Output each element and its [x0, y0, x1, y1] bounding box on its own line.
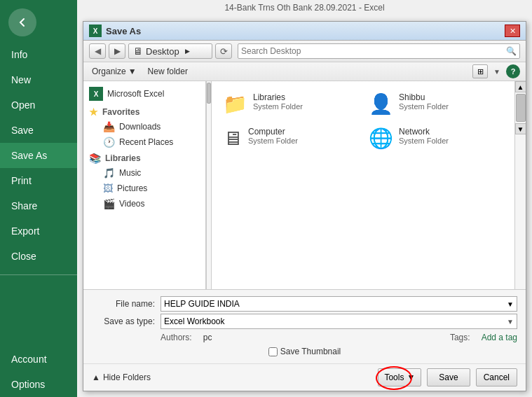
network-type: System Folder	[399, 137, 449, 145]
savetype-row: Save as type: Excel Workbook ▼	[92, 314, 517, 329]
title-bar: 14-Bank Trns Oth Bank 28.09.2021 - Excel	[77, 0, 532, 15]
cancel-button[interactable]: Cancel	[476, 368, 517, 386]
favorites-label: Favorites	[102, 107, 139, 117]
organize-arrow-icon: ▼	[128, 67, 137, 76]
nav-dropdown-arrow: ▶	[185, 48, 190, 55]
folder-computer[interactable]: 🖥 Computer System Folder	[217, 121, 363, 155]
dialog-toolbar: Organize ▼ New folder ⊞ ▼ ?	[83, 62, 526, 81]
hide-folders-icon: ▲	[92, 372, 100, 382]
left-panel-recent[interactable]: 🕐 Recent Places	[83, 134, 205, 150]
libraries-section-label: Libraries	[105, 153, 141, 163]
right-panel: 📁 Libraries System Folder 👤 Shibbu Syste…	[212, 81, 514, 289]
back-button[interactable]	[8, 8, 36, 36]
tags-label: Tags:	[450, 333, 470, 342]
left-panel: X Microsoft Excel ★ Favorites 📥 Download…	[83, 81, 206, 289]
folder-network[interactable]: 🌐 Network System Folder	[363, 121, 509, 155]
sidebar-item-saveas[interactable]: Save As	[0, 143, 77, 168]
organize-button[interactable]: Organize ▼	[89, 65, 139, 78]
hide-folders-button[interactable]: ▲ Hide Folders	[92, 372, 151, 382]
nav-back-button[interactable]: ◀	[89, 43, 106, 59]
left-panel-music[interactable]: 🎵 Music	[83, 165, 205, 181]
left-panel-downloads[interactable]: 📥 Downloads	[83, 119, 205, 134]
computer-type: System Folder	[248, 137, 298, 145]
new-folder-button[interactable]: New folder	[145, 65, 191, 78]
downloads-label: Downloads	[119, 122, 161, 132]
left-panel-excel-label: Microsoft Excel	[107, 89, 164, 99]
recent-icon: 🕐	[103, 137, 115, 148]
right-panel-scrollbar[interactable]: ▲ ▼	[514, 81, 526, 289]
left-panel-pictures[interactable]: 🖼 Pictures	[83, 181, 205, 196]
nav-location-label: Desktop	[146, 46, 179, 57]
savetype-value: Excel Workbook	[164, 316, 224, 326]
save-button[interactable]: Save	[427, 368, 470, 386]
nav-refresh-button[interactable]: ⟳	[215, 43, 232, 59]
folder-shibbu[interactable]: 👤 Shibbu System Folder	[363, 87, 509, 121]
dialog-title-text: Save As	[106, 26, 141, 36]
dialog-close-button[interactable]: ✕	[505, 25, 520, 37]
sidebar-item-new[interactable]: New	[0, 67, 77, 92]
filename-dropdown-icon: ▼	[507, 300, 514, 308]
sidebar-item-share[interactable]: Share	[0, 193, 77, 218]
dialog-titlebar: X Save As ✕	[83, 22, 526, 41]
downloads-icon: 📥	[103, 121, 115, 132]
shibbu-name: Shibbu	[399, 92, 449, 102]
shibbu-info: Shibbu System Folder	[399, 92, 449, 111]
thumbnail-checkbox[interactable]	[268, 347, 278, 356]
left-panel-favorites: ★ Favorites	[83, 104, 205, 119]
network-name: Network	[399, 127, 449, 137]
filename-value: HELP GUIDE INDIA	[164, 299, 240, 309]
pictures-icon: 🖼	[103, 183, 113, 194]
libraries-folder-icon: 📁	[223, 92, 247, 116]
sidebar: Info New Open Save Save As Print Share E…	[0, 0, 77, 397]
search-icon: 🔍	[506, 46, 517, 56]
nav-location-dropdown[interactable]: 🖥 Desktop ▶	[128, 43, 212, 59]
sidebar-item-open[interactable]: Open	[0, 92, 77, 118]
view-button[interactable]: ⊞	[472, 64, 488, 78]
authors-label: Authors:	[161, 333, 192, 342]
search-input[interactable]	[241, 46, 506, 56]
left-panel-videos[interactable]: 🎬 Videos	[83, 196, 205, 211]
computer-info: Computer System Folder	[248, 127, 298, 145]
savetype-select[interactable]: Excel Workbook ▼	[161, 314, 517, 329]
nav-forward-button[interactable]: ▶	[109, 43, 125, 59]
videos-label: Videos	[119, 199, 144, 209]
authors-value: pc	[203, 333, 212, 342]
thumbnail-row: Save Thumbnail	[92, 344, 517, 359]
shibbu-folder-icon: 👤	[369, 92, 393, 116]
left-panel-excel[interactable]: X Microsoft Excel	[83, 84, 205, 104]
music-icon: 🎵	[103, 167, 115, 179]
libraries-info: Libraries System Folder	[253, 92, 303, 111]
new-folder-label: New folder	[148, 67, 188, 76]
dialog-body: X Microsoft Excel ★ Favorites 📥 Download…	[83, 81, 526, 289]
savetype-label: Save as type:	[92, 316, 155, 326]
organize-label: Organize	[92, 67, 126, 76]
tools-circle-highlight	[376, 366, 412, 390]
sidebar-item-print[interactable]: Print	[0, 168, 77, 193]
sidebar-item-save[interactable]: Save	[0, 118, 77, 143]
scroll-up-button[interactable]: ▲	[515, 81, 526, 92]
scroll-thumb[interactable]	[516, 94, 526, 122]
dialog-footer: ▲ Hide Folders Tools ▼ Save Cancel	[83, 363, 526, 391]
folder-libraries[interactable]: 📁 Libraries System Folder	[217, 87, 363, 121]
pictures-label: Pictures	[117, 183, 147, 193]
hide-folders-label: Hide Folders	[103, 372, 151, 382]
sidebar-item-export[interactable]: Export	[0, 218, 77, 244]
sidebar-item-info[interactable]: Info	[0, 42, 77, 67]
filename-label: File name:	[92, 299, 155, 309]
tags-value[interactable]: Add a tag	[482, 333, 517, 342]
scroll-down-button[interactable]: ▼	[515, 123, 526, 134]
search-box[interactable]: 🔍	[238, 43, 520, 59]
network-info: Network System Folder	[399, 127, 449, 145]
sidebar-item-close[interactable]: Close	[0, 244, 77, 269]
tools-button[interactable]: Tools ▼	[378, 368, 421, 386]
recent-label: Recent Places	[119, 137, 173, 147]
sidebar-item-account[interactable]: Account	[0, 347, 77, 372]
thumbnail-label: Save Thumbnail	[280, 347, 341, 356]
help-button[interactable]: ?	[506, 64, 520, 78]
save-dialog: X Save As ✕ ◀ ▶ 🖥 Desktop ▶ ⟳ 🔍 Organize	[83, 21, 526, 391]
sidebar-item-options[interactable]: Options	[0, 372, 77, 397]
filename-input[interactable]: HELP GUIDE INDIA ▼	[161, 296, 517, 312]
left-panel-scrollbar[interactable]	[206, 81, 212, 289]
dialog-bottom: File name: HELP GUIDE INDIA ▼ Save as ty…	[83, 289, 526, 363]
excel-small-icon: X	[89, 87, 103, 101]
